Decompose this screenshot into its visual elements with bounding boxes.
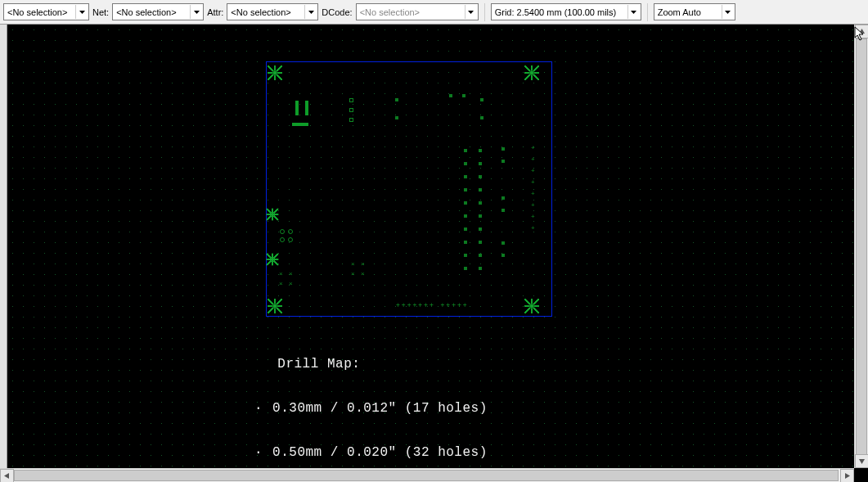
legend-row: · 0.50mm / 0.020" (32 holes) — [253, 445, 570, 460]
scroll-left-button[interactable] — [0, 469, 14, 482]
plus-row: +++++++ +++++ — [396, 301, 469, 309]
drill-hole-icon: × — [289, 272, 293, 277]
drill-hole-icon: + — [531, 180, 535, 185]
drill-slot — [295, 101, 299, 115]
drill-hole-icon — [268, 299, 282, 313]
scroll-down-button[interactable] — [855, 454, 868, 468]
scroll-track[interactable] — [855, 38, 868, 454]
attr-dropdown[interactable]: <No selection> — [227, 3, 318, 20]
net-label: Net: — [92, 7, 109, 17]
drill-hole-icon — [449, 94, 452, 97]
drill-slot — [305, 101, 308, 115]
drill-hole-icon: + — [531, 157, 535, 162]
drill-hole-icon — [349, 108, 353, 112]
drill-hole-icon — [349, 98, 353, 102]
net-dropdown[interactable]: <No selection> — [112, 3, 204, 20]
top-toolbar: <No selection> Net: <No selection> Attr:… — [0, 0, 868, 25]
drill-hole-icon — [464, 162, 467, 165]
selection-value: <No selection> — [7, 7, 67, 17]
drill-hole-icon — [501, 196, 505, 200]
drill-hole-icon — [267, 209, 278, 220]
drill-hole-icon — [395, 116, 398, 119]
drill-hole-icon — [464, 227, 467, 231]
grid-dropdown[interactable]: Grid: 2.5400 mm (100.00 mils) — [491, 3, 641, 20]
drill-hole-icon — [479, 254, 482, 257]
drill-hole-icon: × — [351, 262, 355, 267]
scroll-right-button[interactable] — [840, 469, 854, 482]
toolbar-separator — [647, 3, 648, 21]
drill-hole-icon — [288, 237, 293, 242]
drill-hole-icon — [464, 175, 467, 178]
attr-value: <No selection> — [231, 7, 290, 17]
drill-hole-icon — [501, 209, 505, 212]
drill-hole-icon — [479, 188, 482, 191]
drill-hole-icon: + — [531, 214, 535, 219]
zoom-dropdown[interactable]: Zoom Auto — [654, 3, 735, 20]
drill-hole-icon: × — [279, 272, 283, 277]
drill-hole-icon — [464, 254, 467, 257]
drill-hole-icon — [524, 299, 539, 313]
drill-hole-icon — [395, 98, 398, 101]
scroll-up-button[interactable] — [855, 25, 868, 38]
scroll-track[interactable] — [14, 469, 840, 482]
drill-hole-icon — [480, 116, 483, 119]
drill-hole-icon — [479, 149, 482, 152]
drill-hole-icon — [524, 65, 539, 80]
drill-hole-icon: × — [361, 262, 365, 267]
drill-hole-icon — [267, 254, 278, 265]
drill-hole-icon — [464, 149, 467, 152]
chevron-down-icon — [722, 5, 731, 19]
vertical-scrollbar[interactable] — [854, 25, 868, 468]
dcode-dropdown[interactable]: <No selection> — [356, 3, 479, 20]
legend-row: · 0.30mm / 0.012" (17 holes) — [253, 401, 570, 416]
horizontal-scrollbar[interactable] — [0, 468, 854, 482]
net-value: <No selection> — [116, 7, 176, 17]
drill-hole-icon: × — [351, 272, 355, 277]
drill-hole-icon — [501, 254, 505, 257]
drill-hole-icon: + — [531, 203, 535, 208]
scroll-thumb[interactable] — [14, 470, 839, 481]
drill-hole-icon: + — [531, 146, 535, 151]
drill-hole-icon — [462, 94, 465, 97]
vertical-ruler — [0, 25, 7, 482]
gerber-canvas[interactable]: +++++++ +++++ + + + + + + + + × × × × × … — [7, 25, 861, 482]
chevron-down-icon — [75, 5, 85, 19]
board-outline — [266, 61, 552, 317]
drill-hole-icon — [280, 237, 285, 242]
chevron-down-icon — [304, 5, 314, 19]
drill-hole-icon: × — [279, 282, 283, 286]
chevron-down-icon — [465, 5, 474, 19]
legend-title: Drill Map: — [253, 357, 570, 372]
grid-value: Grid: 2.5400 mm (100.00 mils) — [495, 7, 617, 17]
drill-hole-icon — [464, 188, 467, 191]
zoom-value: Zoom Auto — [658, 7, 701, 17]
dcode-label: DCode: — [322, 7, 352, 17]
drill-hole-icon — [479, 241, 482, 244]
scroll-thumb[interactable] — [856, 38, 867, 456]
drill-hole-icon — [501, 241, 505, 245]
toolbar-separator — [484, 3, 485, 21]
drill-map-legend: Drill Map: · 0.30mm / 0.012" (17 holes) … — [253, 327, 570, 482]
drill-hole-icon — [280, 229, 285, 234]
drill-hole-icon: + — [531, 169, 535, 173]
drill-hole-icon — [479, 162, 482, 165]
drill-hole-icon — [479, 227, 482, 231]
drill-hole-icon: × — [361, 272, 365, 277]
drill-hole-icon: + — [531, 226, 535, 231]
selection-dropdown[interactable]: <No selection> — [3, 3, 89, 20]
drill-hole-icon — [464, 267, 467, 270]
drill-hole-icon — [464, 241, 467, 244]
chevron-down-icon — [627, 5, 637, 19]
drill-hole-icon — [349, 118, 353, 122]
drill-hole-icon: + — [531, 191, 535, 196]
drill-hole-icon — [480, 98, 483, 101]
drill-hole-icon — [464, 214, 467, 218]
drill-hole-icon: × — [289, 282, 293, 286]
drill-slot — [292, 123, 308, 126]
dcode-value: <No selection> — [360, 7, 420, 17]
drill-hole-icon — [501, 147, 505, 151]
drill-hole-icon — [268, 65, 282, 80]
chevron-down-icon — [190, 5, 200, 19]
drill-hole-icon — [464, 201, 467, 205]
attr-label: Attr: — [207, 7, 223, 17]
